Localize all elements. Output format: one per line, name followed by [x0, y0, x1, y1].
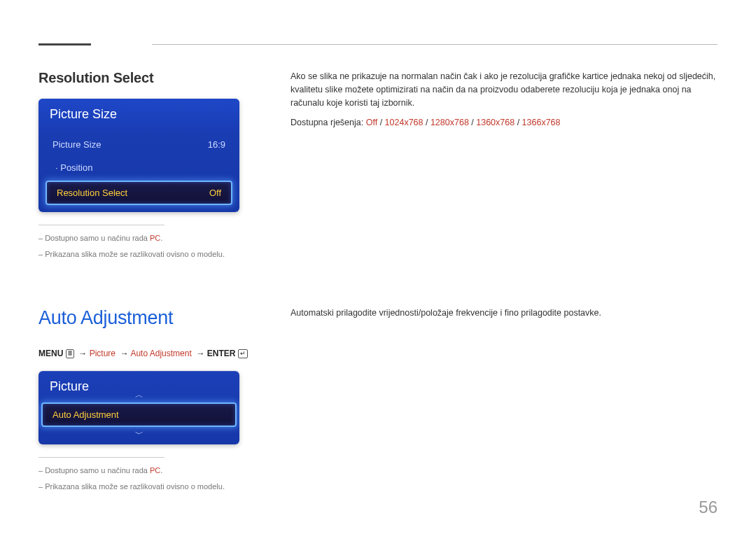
osd-row-label: Resolution Select	[57, 188, 127, 198]
footnote-pc-only: – Dostupno samo u načinu rada PC.	[38, 465, 262, 477]
header-divider	[0, 43, 756, 45]
footnote-text: .	[160, 466, 162, 475]
osd-panel-picture-size: Picture Size Picture Size 16:9 · Positio…	[38, 99, 239, 212]
osd-row-value: Off	[209, 188, 221, 198]
header-horizontal-rule	[152, 44, 718, 45]
footnote-text: – Dostupno samo u načinu rada	[38, 234, 150, 242]
opt-1360x768: 1360x768	[476, 118, 514, 127]
menu-icon: Ⅲ	[66, 349, 74, 358]
chevron-down-icon[interactable]: ﹀	[38, 427, 239, 444]
page-number: 56	[699, 498, 718, 517]
header-accent-bar	[38, 43, 91, 45]
opts-prefix: Dostupna rješenja:	[290, 118, 366, 127]
divider	[38, 225, 164, 225]
footnote-red-text: PC	[150, 234, 160, 242]
osd-row-picture-size[interactable]: Picture Size 16:9	[43, 133, 235, 156]
osd-panel-header-text: Picture	[50, 379, 89, 393]
enter-icon	[238, 349, 248, 358]
section-title-resolution-select: Resolution Select	[38, 70, 262, 86]
bc-picture: Picture	[90, 349, 115, 358]
footnote-image-vary: – Prikazana slika može se razlikovati ov…	[38, 481, 262, 493]
osd-panel-header: Picture ︿	[38, 371, 239, 402]
osd-panel-picture: Picture ︿ Auto Adjustment ﹀	[38, 371, 239, 444]
sep: /	[469, 118, 476, 127]
osd-row-resolution-select-selected[interactable]: Resolution Select Off	[46, 181, 232, 205]
opt-1366x768: 1366x768	[522, 118, 561, 127]
chevron-up-icon[interactable]: ︿	[135, 389, 144, 401]
osd-row-auto-adjustment-selected[interactable]: Auto Adjustment	[41, 402, 237, 427]
osd-row-label: Auto Adjustment	[52, 409, 119, 420]
divider	[38, 457, 164, 458]
footnote-red-text: PC	[150, 466, 160, 475]
osd-row-label: · Position	[55, 162, 92, 173]
opt-1280x768: 1280x768	[430, 118, 469, 127]
footnote-text: – Dostupno samo u načinu rada	[38, 466, 150, 475]
menu-breadcrumb: MENU Ⅲ → Picture → Auto Adjustment → ENT…	[38, 349, 262, 358]
available-resolutions: Dostupna rješenja: Off / 1024x768 / 1280…	[290, 118, 718, 127]
footnote-text: .	[160, 234, 162, 242]
bc-auto-adjustment: Auto Adjustment	[130, 349, 191, 358]
osd-row-position[interactable]: · Position	[43, 156, 235, 179]
sep: /	[377, 118, 384, 127]
osd-row-label: Picture Size	[52, 139, 101, 150]
bc-enter: ENTER	[207, 349, 238, 358]
resolution-select-description: Ako se slika ne prikazuje na normalan na…	[290, 70, 718, 109]
section-title-auto-adjustment: Auto Adjustment	[38, 307, 262, 329]
auto-adjustment-description: Automatski prilagodite vrijednosti/polož…	[290, 307, 718, 320]
sep: /	[424, 118, 430, 127]
footnote-image-vary: – Prikazana slika može se razlikovati ov…	[38, 248, 262, 260]
osd-row-value: 16:9	[208, 139, 225, 150]
footnote-pc-only: – Dostupno samo u načinu rada PC.	[38, 232, 262, 244]
osd-panel-body: Picture Size 16:9 · Position Resolution …	[38, 130, 239, 212]
osd-panel-header: Picture Size	[38, 99, 239, 130]
opt-1024x768: 1024x768	[385, 118, 424, 127]
opt-off: Off	[366, 118, 377, 127]
bc-menu: MENU	[38, 349, 66, 358]
sep: /	[514, 118, 522, 127]
